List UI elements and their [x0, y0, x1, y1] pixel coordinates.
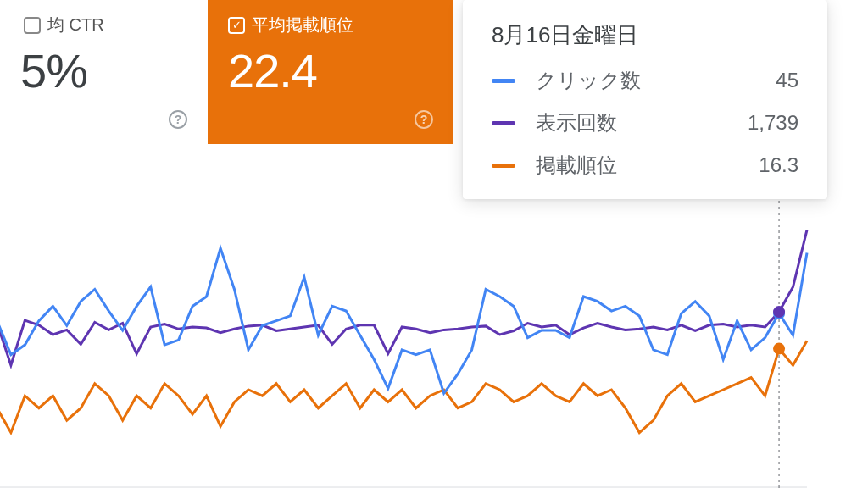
- tooltip-value: 16.3: [759, 153, 798, 177]
- series-表示回数: [0, 230, 807, 365]
- tooltip-value: 1,739: [748, 111, 798, 135]
- position-label-row: ✓ 平均掲載順位: [228, 14, 433, 36]
- hover-dot: [773, 343, 785, 355]
- tooltip-row-clicks: クリック数 45: [492, 67, 798, 94]
- tooltip-label: 掲載順位: [536, 152, 738, 179]
- tooltip-value: 45: [776, 69, 798, 92]
- series-クリック数: [0, 248, 807, 393]
- ctr-label: 均 CTR: [47, 14, 104, 36]
- checkbox-unchecked-icon: [24, 17, 41, 34]
- tooltip-date: 8月16日金曜日: [492, 20, 798, 50]
- tooltip-label: クリック数: [536, 67, 755, 94]
- swatch-icon: [492, 164, 515, 168]
- metric-cards: 均 CTR 5% ? ✓ 平均掲載順位 22.4 ?: [0, 0, 453, 144]
- help-icon[interactable]: ?: [415, 110, 433, 129]
- hover-dot: [773, 306, 785, 318]
- chart-svg: [0, 195, 868, 488]
- position-value: 22.4: [228, 43, 433, 98]
- tooltip-row-position: 掲載順位 16.3: [492, 152, 798, 179]
- chart-tooltip: 8月16日金曜日 クリック数 45 表示回数 1,739 掲載順位 16.3: [463, 0, 827, 199]
- performance-chart[interactable]: [0, 195, 868, 488]
- ctr-card[interactable]: 均 CTR 5% ?: [0, 0, 208, 144]
- ctr-value: 5%: [20, 43, 187, 98]
- tooltip-row-impressions: 表示回数 1,739: [492, 109, 798, 136]
- checkbox-checked-icon: ✓: [228, 17, 245, 34]
- swatch-icon: [492, 79, 515, 83]
- position-label: 平均掲載順位: [252, 14, 353, 36]
- ctr-label-row: 均 CTR: [20, 14, 187, 36]
- position-card[interactable]: ✓ 平均掲載順位 22.4 ?: [208, 0, 453, 144]
- help-icon[interactable]: ?: [169, 110, 187, 129]
- tooltip-label: 表示回数: [536, 109, 727, 136]
- swatch-icon: [492, 121, 515, 125]
- series-掲載順位: [0, 341, 807, 432]
